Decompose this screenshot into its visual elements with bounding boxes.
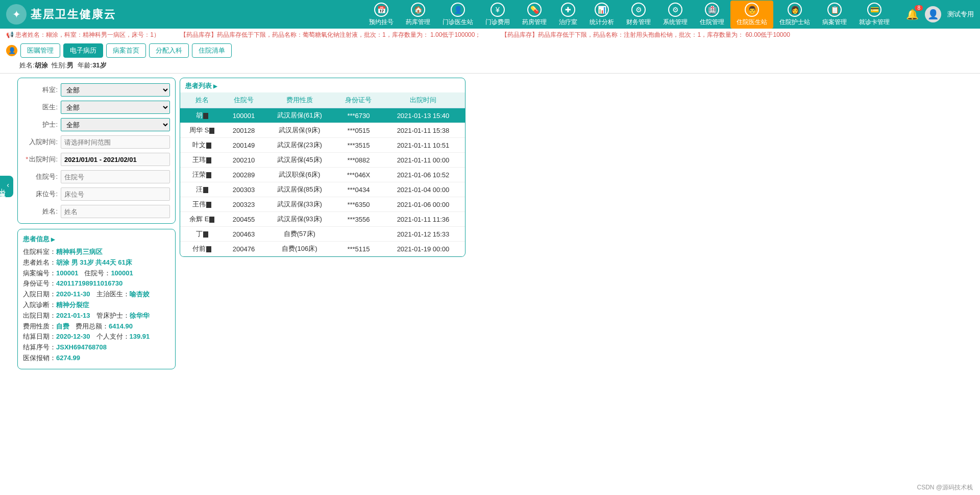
dept-select[interactable]: 全部	[61, 83, 170, 97]
nav-item[interactable]: 📅预约挂号	[363, 1, 400, 29]
hosp-no-input[interactable]	[61, 170, 170, 183]
nav-label: 住院管理	[700, 18, 724, 27]
tab-button[interactable]: 医嘱管理	[20, 43, 60, 58]
app-header: 基层卫生健康云 📅预约挂号🏠药库管理👤门诊医生站¥门诊费用💊药房管理✚治疗室📊统…	[0, 0, 980, 29]
nav-icon: ¥	[491, 3, 505, 17]
nav-label: 住院护士站	[779, 18, 810, 27]
nav-icon: 👩	[788, 3, 802, 17]
tab-button[interactable]: 分配入科	[149, 43, 189, 58]
nav-item[interactable]: 👨住院医生站	[730, 1, 773, 29]
nav-icon: ⚙	[668, 3, 682, 17]
nav-icon: ✚	[561, 3, 575, 17]
table-header[interactable]: 姓名	[180, 92, 224, 108]
nav-item[interactable]: 💊药房管理	[516, 1, 553, 29]
table-row[interactable]: 胡100001武汉居保(61床)***67302021-01-13 15:40	[180, 108, 465, 123]
patient-info-panel: 患者信息 住院科室：精神科男三病区 患者姓名：胡涂 男 31岁 共44天 61床…	[17, 229, 176, 369]
main-content: 出院患者 科室:全部 医生:全部 护士:全部 入院时间: 出院时间: 住院号: …	[0, 74, 980, 373]
patient-table: 姓名住院号费用性质身份证号出院时间 胡100001武汉居保(61床)***673…	[180, 92, 465, 256]
nav-icon: 🏠	[411, 3, 425, 17]
discharge-date-input[interactable]	[61, 153, 170, 166]
nav-label: 门诊医生站	[443, 18, 473, 27]
filter-panel: 科室:全部 医生:全部 护士:全部 入院时间: 出院时间: 住院号: 床位号: …	[17, 78, 176, 224]
table-row[interactable]: 汪荣200289武汉职保(6床)***046X2021-01-06 10:52	[180, 168, 465, 182]
nav-item[interactable]: ✚治疗室	[553, 1, 583, 29]
nav-item[interactable]: 🏥住院管理	[694, 1, 730, 29]
table-header[interactable]: 身份证号	[336, 92, 381, 108]
discharge-side-tab[interactable]: 出院患者	[0, 176, 13, 197]
nav-label: 药库管理	[406, 18, 430, 27]
nav-icon: 💳	[867, 3, 881, 17]
nav-icon: 👤	[451, 3, 465, 17]
nav-item[interactable]: 📋病案管理	[816, 1, 853, 29]
table-row[interactable]: 王玮200210武汉居保(45床)***08822021-01-11 00:00	[180, 153, 465, 168]
nav-icon: ⚙	[631, 3, 646, 17]
table-row[interactable]: 余辉 E200455武汉居保(93床)***35562021-01-11 11:…	[180, 212, 465, 227]
patient-list-title: 患者列表	[180, 78, 465, 92]
nav-label: 统计分析	[590, 18, 614, 27]
patient-info-title: 患者信息	[23, 234, 170, 244]
nav-item[interactable]: 🏠药库管理	[400, 1, 436, 29]
table-row[interactable]: 付前200476自费(106床)***51152021-01-19 00:00	[180, 242, 465, 256]
nav-item[interactable]: ⚙财务管理	[620, 1, 657, 29]
table-header[interactable]: 出院时间	[381, 92, 465, 108]
nav-item[interactable]: ¥门诊费用	[479, 1, 516, 29]
logo: 基层卫生健康云	[6, 4, 116, 25]
left-column: 科室:全部 医生:全部 护士:全部 入院时间: 出院时间: 住院号: 床位号: …	[17, 78, 176, 369]
nav-item[interactable]: 👤门诊医生站	[436, 1, 479, 29]
nav-label: 治疗室	[559, 18, 577, 27]
nav-icon: 🏥	[705, 3, 719, 17]
nav-label: 预约挂号	[369, 18, 394, 27]
table-row[interactable]: 叶文200149武汉居保(23床)***35152021-01-11 10:51	[180, 138, 465, 153]
name-input[interactable]	[61, 205, 170, 218]
nav-label: 门诊费用	[485, 18, 510, 27]
doctor-select[interactable]: 全部	[61, 101, 170, 114]
nav-item[interactable]: 📊统计分析	[583, 1, 620, 29]
nurse-select[interactable]: 全部	[61, 118, 170, 131]
nav-label: 病案管理	[822, 18, 847, 27]
patient-summary-line: 姓名:胡涂 性别:男 年龄:31岁	[0, 60, 980, 74]
nav-icon: 📊	[595, 3, 609, 17]
nav-item[interactable]: 👩住院护士站	[773, 1, 816, 29]
bed-no-input[interactable]	[61, 187, 170, 201]
table-header[interactable]: 住院号	[224, 92, 263, 108]
alert-marquee: 📢 患者姓名：糊涂，科室：精神科男一病区，床号：1） 【药品库存】药品库存低于下…	[0, 29, 980, 41]
table-row[interactable]: 王伟200323武汉居保(33床)***63502021-01-06 00:00	[180, 197, 465, 212]
table-header[interactable]: 费用性质	[263, 92, 336, 108]
nav-item[interactable]: ⚙系统管理	[657, 1, 694, 29]
nav-icon: 💊	[527, 3, 542, 17]
table-row[interactable]: 周华 S200128武汉居保(9床)***05152021-01-11 15:3…	[180, 123, 465, 138]
tab-button[interactable]: 住院清单	[192, 43, 232, 58]
nav-label: 系统管理	[663, 18, 688, 27]
nav-icon: 📋	[827, 3, 842, 17]
app-title: 基层卫生健康云	[31, 7, 116, 22]
tab-button[interactable]: 病案首页	[106, 43, 146, 58]
nav-icon: 👨	[745, 3, 759, 17]
nav-label: 住院医生站	[737, 18, 767, 27]
user-avatar[interactable]: 👤	[925, 6, 941, 22]
patient-list-panel: 患者列表 姓名住院号费用性质身份证号出院时间 胡100001武汉居保(61床)*…	[180, 78, 465, 257]
table-row[interactable]: 汪200303武汉居保(85床)***04342021-01-04 00:00	[180, 182, 465, 197]
logo-icon	[6, 4, 27, 25]
nav-icon: 📅	[374, 3, 388, 17]
nav-label: 就诊卡管理	[859, 18, 890, 27]
main-nav: 📅预约挂号🏠药库管理👤门诊医生站¥门诊费用💊药房管理✚治疗室📊统计分析⚙财务管理…	[363, 1, 896, 29]
header-right: 🔔8 👤 测试专用	[906, 6, 974, 22]
tab-button[interactable]: 电子病历	[63, 43, 103, 58]
notification-bell-icon[interactable]: 🔔8	[906, 8, 919, 20]
username[interactable]: 测试专用	[947, 10, 974, 19]
nav-label: 财务管理	[626, 18, 651, 27]
patient-icon[interactable]: 👤	[6, 45, 17, 56]
table-row[interactable]: 丁200463自费(57床)2021-01-12 15:33	[180, 227, 465, 242]
nav-label: 药房管理	[522, 18, 547, 27]
admit-date-input[interactable]	[61, 135, 170, 149]
sub-tab-bar: 👤 医嘱管理电子病历病案首页分配入科住院清单	[0, 41, 980, 60]
nav-item[interactable]: 💳就诊卡管理	[853, 1, 896, 29]
right-column: 患者列表 姓名住院号费用性质身份证号出院时间 胡100001武汉居保(61床)*…	[180, 78, 465, 369]
notification-badge: 8	[915, 5, 923, 11]
